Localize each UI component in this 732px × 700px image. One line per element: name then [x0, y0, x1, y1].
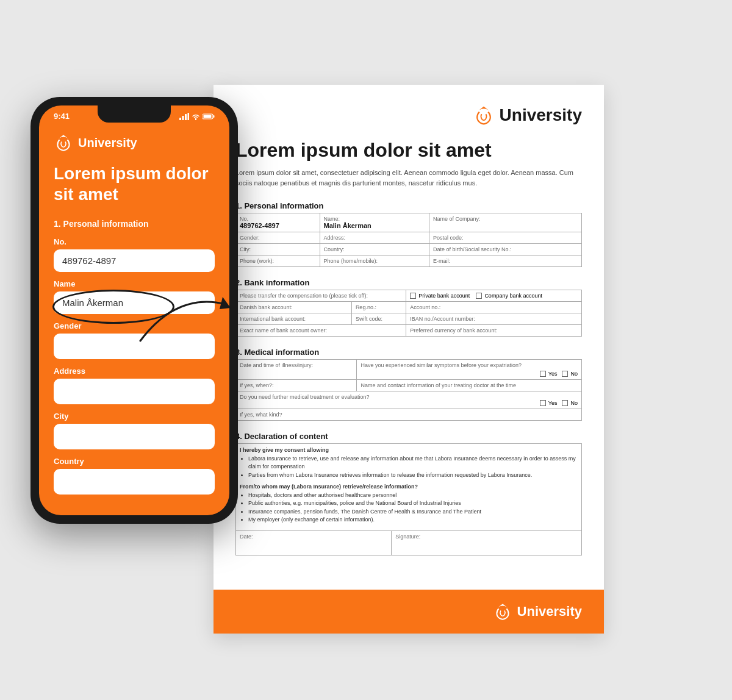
table-cell: IBAN no./Account number:	[406, 313, 582, 325]
phone-content: University Lorem ipsum dolor sit amet 1.…	[39, 123, 229, 515]
doc-section1-title: 1. Personal information	[235, 201, 582, 210]
doc-logo-row: University	[473, 104, 582, 126]
company-bank-checkbox[interactable]	[476, 293, 482, 299]
table-row: If yes, when?: Name and contact informat…	[236, 380, 582, 391]
field-country: Country	[54, 457, 215, 495]
table-cell: Country:	[320, 244, 429, 255]
field-address: Address	[54, 366, 215, 404]
field-city-input[interactable]	[54, 424, 215, 449]
footer-logo-icon	[493, 602, 512, 621]
table-cell-date: Date:	[236, 530, 392, 555]
field-name-input[interactable]: Malin Åkerman	[54, 291, 215, 314]
table-row: I hereby give my consent allowing Labora…	[236, 444, 582, 531]
table-cell: Date of birth/Social security No.:	[429, 244, 581, 255]
doc-section-bank: 2. Bank information Please transfer the …	[235, 278, 582, 337]
table-cell: Have you experienced similar symptoms be…	[357, 360, 582, 380]
svg-rect-2	[185, 114, 187, 120]
phone-screen: 9:41	[39, 105, 229, 515]
yes-checkbox1[interactable]	[540, 371, 546, 377]
field-gender-input[interactable]	[54, 334, 215, 359]
svg-rect-0	[179, 118, 181, 120]
company-bank-label: Company bank account	[484, 293, 542, 299]
doc-section-personal: 1. Personal information No. 489762-4897 …	[235, 201, 582, 267]
table-cell: Exact name of bank account owner:	[236, 325, 406, 337]
scene: 9:41	[30, 85, 702, 634]
doc-section-declaration: 4. Declaration of content I hereby give …	[235, 432, 582, 555]
field-country-label: Country	[54, 457, 215, 466]
yes-no-row1: Yes No	[540, 371, 578, 377]
phone-title: Lorem ipsum dolor sit amet	[54, 163, 215, 204]
table-cell: I hereby give my consent allowing Labora…	[236, 444, 582, 531]
table-cell: Name and contact information of your tre…	[357, 380, 582, 391]
table-cell: No. 489762-4897	[236, 213, 320, 232]
table-cell: Preferred currency of bank account:	[406, 325, 582, 337]
medical-info-table: Date and time of illness/injury: Have yo…	[235, 359, 582, 421]
table-cell: Danish bank account:	[236, 302, 352, 313]
table-row: Date: Signature:	[236, 530, 582, 555]
field-gender-label: Gender	[54, 321, 215, 330]
field-name: Name Malin Åkerman	[54, 279, 215, 314]
field-gender: Gender	[54, 321, 215, 359]
table-row: No. 489762-4897 Name: Malin Åkerman Name…	[236, 213, 582, 232]
table-cell: City:	[236, 244, 320, 255]
document: University Lorem ipsum dolor sit amet Lo…	[214, 85, 604, 634]
svg-rect-3	[188, 113, 190, 120]
doc-subtitle: Lorem ipsum dolor sit amet, consectetuer…	[235, 168, 582, 188]
phone-logo-row: University	[54, 133, 215, 152]
table-cell: International bank account:	[236, 313, 352, 325]
table-cell: Date and time of illness/injury:	[236, 360, 357, 380]
table-cell: Account no.:	[406, 302, 582, 313]
checkbox-row: Private bank account Company bank accoun…	[410, 293, 578, 299]
phone-brand: University	[78, 136, 137, 150]
table-cell-signature: Signature:	[392, 530, 582, 555]
table-cell: Name: Malin Åkerman	[320, 213, 429, 232]
doc-footer: University	[214, 590, 604, 634]
field-country-input[interactable]	[54, 469, 215, 495]
signal-icon	[179, 113, 189, 120]
field-no-input[interactable]: 489762-4897	[54, 249, 215, 272]
table-cell: Private bank account Company bank accoun…	[406, 290, 582, 302]
field-name-label: Name	[54, 279, 215, 288]
table-row: Date and time of illness/injury: Have yo…	[236, 360, 582, 380]
phone-section-title: 1. Personal information	[54, 219, 215, 229]
declaration-table: I hereby give my consent allowing Labora…	[235, 443, 582, 555]
table-row: City: Country: Date of birth/Social secu…	[236, 244, 582, 255]
doc-header: University	[235, 104, 582, 126]
doc-brand: University	[500, 105, 582, 125]
table-cell: Phone (home/mobile):	[320, 255, 429, 267]
no-checkbox1[interactable]	[562, 371, 568, 377]
table-cell: Gender:	[236, 232, 320, 244]
declaration-consent: I hereby give my consent allowing Labora…	[240, 446, 578, 524]
table-cell: If yes, when?:	[236, 380, 357, 391]
table-row: Gender: Address: Postal code:	[236, 232, 582, 244]
table-cell: Address:	[320, 232, 429, 244]
table-cell: Reg.no.:	[351, 302, 406, 313]
private-bank-checkbox[interactable]	[410, 293, 416, 299]
wifi-icon	[192, 113, 200, 120]
table-cell: If yes, what kind?	[236, 409, 582, 421]
status-time: 9:41	[54, 112, 70, 121]
battery-icon	[203, 113, 215, 120]
phone-mockup: 9:41	[30, 97, 238, 524]
document-main: University Lorem ipsum dolor sit amet Lo…	[214, 85, 604, 590]
field-address-input[interactable]	[54, 379, 215, 404]
svg-rect-1	[182, 116, 184, 120]
bank-info-table: Please transfer the compensation to (ple…	[235, 290, 582, 337]
svg-rect-5	[214, 115, 215, 118]
no-checkbox2[interactable]	[562, 400, 568, 406]
table-row: If yes, what kind?	[236, 409, 582, 421]
table-cell: Name of Company:	[429, 213, 581, 232]
table-cell: Phone (work):	[236, 255, 320, 267]
table-row: Please transfer the compensation to (ple…	[236, 290, 582, 302]
yes-checkbox2[interactable]	[540, 400, 546, 406]
footer-brand: University	[517, 604, 582, 620]
table-row: Phone (work): Phone (home/mobile): E-mai…	[236, 255, 582, 267]
table-row: Do you need further medical treatment or…	[236, 391, 582, 409]
table-cell: E-mail:	[429, 255, 581, 267]
phone-notch	[98, 105, 171, 123]
doc-section-medical: 3. Medical information Date and time of …	[235, 348, 582, 421]
field-no-label: No.	[54, 237, 215, 246]
table-cell: Postal code:	[429, 232, 581, 244]
doc-section3-title: 3. Medical information	[235, 348, 582, 357]
status-icons	[179, 113, 215, 120]
